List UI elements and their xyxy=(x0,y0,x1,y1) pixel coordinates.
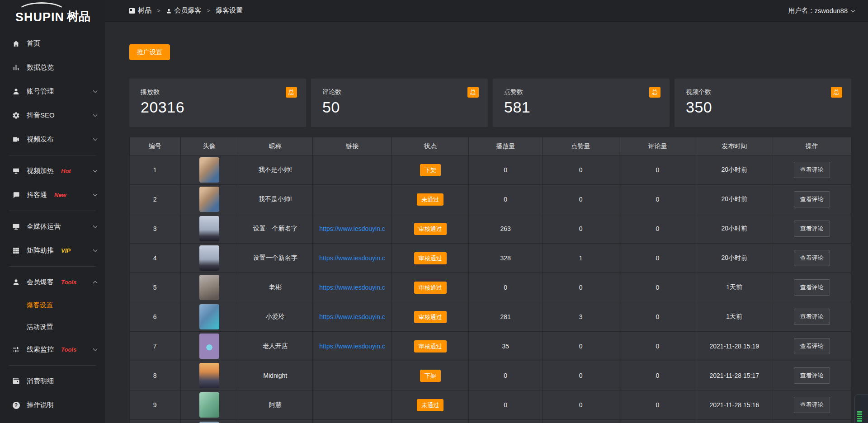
grid-icon xyxy=(12,247,20,254)
video-link[interactable]: https://www.iesdouyin.c xyxy=(319,284,385,291)
view-comments-button[interactable]: 查看评论 xyxy=(794,191,830,207)
app-square-icon xyxy=(129,8,135,14)
comments-count: 0 xyxy=(619,390,696,420)
avatar xyxy=(199,216,219,241)
sidebar-divider xyxy=(9,211,96,211)
column-header: 状态 xyxy=(392,137,469,155)
breadcrumb-item-member-baoke[interactable]: 会员爆客 xyxy=(166,6,202,15)
nickname: Midnight xyxy=(238,361,312,390)
row-id: 6 xyxy=(130,302,181,332)
sidebar-menu: 首页数据总览账号管理抖音SEO视频发布视频加热Hot抖客通New全媒体运营矩阵助… xyxy=(0,27,105,417)
publish-time: 2021-11-28 15:17 xyxy=(696,361,773,390)
view-comments-button[interactable]: 查看评论 xyxy=(794,367,830,384)
stat-value: 50 xyxy=(322,99,488,116)
total-badge: 总 xyxy=(649,87,660,98)
view-comments-button[interactable]: 查看评论 xyxy=(794,221,830,237)
sidebar-item-label: 消费明细 xyxy=(27,377,54,385)
table-row: 8 Midnight 下架 0 0 0 2021-11-28 15:17 查看评… xyxy=(130,361,851,390)
sidebar-item-video-heating[interactable]: 视频加热Hot xyxy=(0,159,105,183)
sidebar-item-home[interactable]: 首页 xyxy=(0,32,105,56)
sidebar-item-matrix-boost[interactable]: 矩阵助推VIP xyxy=(0,239,105,263)
sidebar-item-data-overview[interactable]: 数据总览 xyxy=(0,56,105,80)
screen-icon xyxy=(12,167,20,175)
sidebar-item-account-management[interactable]: 账号管理 xyxy=(0,80,105,103)
avatar xyxy=(199,363,219,388)
sidebar-subitem-baoke-settings[interactable]: 爆客设置 xyxy=(0,294,105,316)
user-menu[interactable]: 用户名： zswodun88 xyxy=(788,6,854,15)
sidebar-item-label: 数据总览 xyxy=(27,63,54,72)
promo-settings-button[interactable]: 推广设置 xyxy=(129,44,170,60)
view-comments-button[interactable]: 查看评论 xyxy=(794,309,830,325)
table-row: 5 老彬 https://www.iesdouyin.c 审核通过 0 0 0 … xyxy=(130,273,851,302)
sidebar-item-operation-guide[interactable]: ?操作说明 xyxy=(0,393,105,417)
sidebar-item-label: 首页 xyxy=(27,39,40,48)
video-link[interactable]: https://www.iesdouyin.c xyxy=(319,343,385,350)
nickname: 老人开店 xyxy=(238,332,312,361)
sidebar-item-label: 矩阵助推 xyxy=(27,246,54,255)
chevron-down-icon xyxy=(851,8,855,12)
nickname: 设置一个新名字 xyxy=(238,214,312,244)
row-id: 4 xyxy=(130,244,181,273)
sidebar-item-clue-monitoring[interactable]: 线索监控Tools xyxy=(0,338,105,362)
view-comments-button[interactable]: 查看评论 xyxy=(794,397,830,413)
breadcrumb: 树品 > 会员爆客 > 爆客设置 xyxy=(129,6,243,15)
sidebar-item-tag: VIP xyxy=(61,247,71,254)
plays-count: 263 xyxy=(469,214,542,244)
sidebar-item-douketong[interactable]: 抖客通New xyxy=(0,183,105,207)
main-content: 推广设置 播放数 20316 总 评论数 50 总 点赞数 581 总 视频个数… xyxy=(105,22,868,423)
plays-count: 35 xyxy=(469,332,542,361)
avatar xyxy=(199,187,219,212)
nickname: 老彬 xyxy=(238,273,312,302)
publish-time: 20小时前 xyxy=(696,155,773,185)
breadcrumb-item-shupin[interactable]: 树品 xyxy=(129,6,151,15)
column-header: 头像 xyxy=(180,137,238,155)
nickname: 我不是小帅! xyxy=(238,155,312,185)
row-id: 8 xyxy=(130,361,181,390)
stat-value: 20316 xyxy=(141,99,306,116)
sidebar-subitem-label: 活动设置 xyxy=(27,323,53,331)
video-link[interactable]: https://www.iesdouyin.c xyxy=(319,254,385,262)
sidebar-item-label: 抖音SEO xyxy=(27,111,55,120)
chevron-down-icon xyxy=(93,113,98,117)
total-badge: 总 xyxy=(286,87,297,98)
chevron-down-icon xyxy=(93,347,98,351)
sidebar-item-member-baoke[interactable]: 会员爆客Tools xyxy=(0,270,105,294)
table-row: 2 我不是小帅! 未通过 0 0 0 20小时前 查看评论 xyxy=(130,185,851,214)
column-header: 链接 xyxy=(312,137,392,155)
view-comments-button[interactable]: 查看评论 xyxy=(794,338,830,354)
video-link[interactable]: https://www.iesdouyin.c xyxy=(319,225,385,232)
sidebar-subitem-activity-settings[interactable]: 活动设置 xyxy=(0,316,105,338)
sidebar-item-video-publish[interactable]: 视频发布 xyxy=(0,127,105,151)
row-id: 3 xyxy=(130,214,181,244)
sidebar-item-label: 抖客通 xyxy=(27,191,47,199)
view-comments-button[interactable]: 查看评论 xyxy=(794,162,830,178)
comments-count: 0 xyxy=(619,332,696,361)
username-value: zswodun88 xyxy=(815,7,848,14)
stat-label: 点赞数 xyxy=(504,88,670,96)
floating-widget[interactable] xyxy=(854,394,868,423)
chevron-down-icon xyxy=(93,136,98,141)
breadcrumb-label: 树品 xyxy=(138,6,151,15)
stat-card-videos: 视频个数 350 总 xyxy=(675,79,851,127)
user-icon xyxy=(12,278,20,286)
fullscreen-icon[interactable] xyxy=(770,7,778,14)
table-row: 4 设置一个新名字 https://www.iesdouyin.c 审核通过 3… xyxy=(130,244,851,273)
nickname: 小爱玲 xyxy=(238,302,312,332)
video-link[interactable]: https://www.iesdouyin.c xyxy=(319,313,385,320)
plays-count: 328 xyxy=(469,244,542,273)
sidebar: SHUPIN 树品 首页数据总览账号管理抖音SEO视频发布视频加热Hot抖客通N… xyxy=(0,0,105,423)
sidebar-item-label: 会员爆客 xyxy=(27,278,54,287)
view-comments-button[interactable]: 查看评论 xyxy=(794,279,830,296)
avatar xyxy=(199,334,219,359)
sidebar-item-douyin-seo[interactable]: 抖音SEO xyxy=(0,103,105,127)
comments-count: 0 xyxy=(619,302,696,332)
chevron-down-icon xyxy=(93,224,98,228)
likes-count: 0 xyxy=(542,361,619,390)
sidebar-item-consumption-details[interactable]: 消费明细 xyxy=(0,369,105,393)
sidebar-item-omni-media-operation[interactable]: 全媒体运营 xyxy=(0,215,105,239)
likes-count: 0 xyxy=(542,332,619,361)
chevron-down-icon xyxy=(93,168,98,173)
view-comments-button[interactable]: 查看评论 xyxy=(794,250,830,266)
sidebar-item-label: 全媒体运营 xyxy=(27,222,61,231)
breadcrumb-separator: > xyxy=(157,7,160,14)
